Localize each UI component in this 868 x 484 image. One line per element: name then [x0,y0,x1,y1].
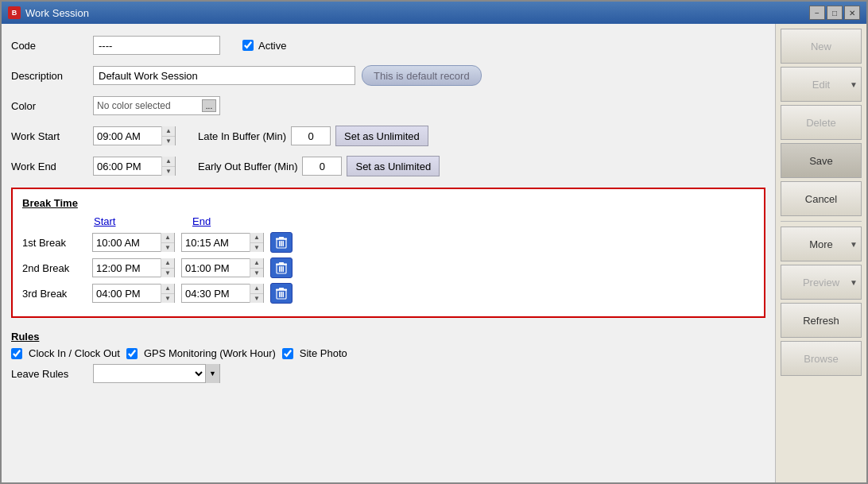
refresh-button[interactable]: Refresh [781,303,862,338]
break-header-row: Start End [22,215,754,227]
break-1-label: 1st Break [22,237,86,249]
leave-rules-select-wrap[interactable]: ▼ [93,364,220,383]
svg-rect-5 [279,237,284,238]
trash-icon [276,261,287,274]
svg-rect-9 [283,266,285,272]
break-2-start-spin: ▲ ▼ [161,258,174,277]
work-end-label: Work End [11,161,87,172]
leave-rules-row: Leave Rules ▼ [11,364,765,383]
break-2-end-wrap: ▲ ▼ [181,258,264,277]
code-label: Code [11,40,87,52]
break-3-start-spin: ▲ ▼ [161,284,174,303]
sidebar: New Edit ▼ Delete Save Cancel More ▼ Pre… [775,24,866,482]
late-in-unlimited-button[interactable]: Set as Unlimited [335,126,428,146]
code-input[interactable] [93,36,220,55]
break-1-end-input[interactable] [182,234,250,251]
leave-rules-select[interactable] [94,365,205,382]
work-start-up[interactable]: ▲ [162,126,175,137]
color-input-wrap[interactable]: No color selected ... [93,96,220,115]
break-2-end-input[interactable] [182,259,250,277]
active-checkbox[interactable] [242,40,254,51]
edit-button[interactable]: Edit ▼ [781,67,862,102]
minimize-button[interactable]: − [809,6,825,20]
site-photo-checkbox[interactable] [282,348,293,359]
delete-button[interactable]: Delete [781,105,862,140]
break-1-start-up[interactable]: ▲ [161,233,174,243]
break-3-end-up[interactable]: ▲ [250,284,263,294]
break-row-1: 1st Break ▲ ▼ ▲ ▼ [22,232,754,253]
description-input[interactable] [93,66,355,85]
early-out-group: Early Out Buffer (Min) Set as Unlimited [198,156,440,176]
break-3-end-wrap: ▲ ▼ [181,284,264,303]
late-in-group: Late In Buffer (Min) Set as Unlimited [198,126,428,146]
new-button[interactable]: New [781,29,862,64]
description-label: Description [11,70,87,82]
break-3-start-down[interactable]: ▼ [161,294,174,304]
description-row: Description This is default record [11,64,765,87]
break-end-header[interactable]: End [192,215,288,227]
more-button[interactable]: More ▼ [781,227,862,261]
break-2-end-up[interactable]: ▲ [250,258,263,269]
work-start-input[interactable] [94,127,161,145]
browse-button[interactable]: Browse [781,341,862,376]
leave-select-arrow-icon[interactable]: ▼ [205,364,219,383]
maximize-button[interactable]: □ [827,6,843,20]
work-session-window: B Work Session − □ ✕ Code Active Descrip… [0,0,868,484]
break-2-start-wrap: ▲ ▼ [92,258,175,277]
leave-rules-label: Leave Rules [11,368,87,380]
work-start-label: Work Start [11,130,87,142]
break-3-end-spin: ▲ ▼ [250,284,263,303]
break-1-end-up[interactable]: ▲ [250,233,263,243]
break-1-end-down[interactable]: ▼ [250,243,263,253]
break-1-start-spin: ▲ ▼ [161,233,174,252]
more-arrow-icon: ▼ [850,240,858,249]
svg-rect-11 [279,262,284,264]
early-out-unlimited-button[interactable]: Set as Unlimited [347,156,440,176]
break-2-start-down[interactable]: ▼ [161,269,174,278]
break-1-start-down[interactable]: ▼ [161,243,174,253]
gps-label: GPS Monitoring (Work Hour) [144,347,276,359]
gps-checkbox[interactable] [126,348,138,359]
work-start-down[interactable]: ▼ [162,137,175,146]
preview-button[interactable]: Preview ▼ [781,265,862,300]
break-3-start-up[interactable]: ▲ [161,284,174,294]
break-start-header[interactable]: Start [94,215,189,227]
break-2-label: 2nd Break [22,262,86,274]
work-end-input[interactable] [94,157,161,175]
break-3-start-wrap: ▲ ▼ [92,284,175,303]
break-2-end-down[interactable]: ▼ [250,269,263,278]
window-title: Work Session [25,7,89,19]
break-3-end-input[interactable] [182,285,250,302]
active-checkbox-row: Active [242,40,286,52]
break-row-3: 3rd Break ▲ ▼ ▲ ▼ [22,283,754,304]
close-button[interactable]: ✕ [844,6,860,20]
rules-section: Rules Clock In / Clock Out GPS Monitorin… [11,331,765,383]
break-3-label: 3rd Break [22,288,86,300]
break-2-delete-button[interactable] [270,257,293,278]
early-out-input[interactable] [302,157,342,176]
trash-icon [276,236,287,249]
clock-label: Clock In / Clock Out [29,347,120,359]
break-2-start-input[interactable] [93,259,161,277]
content-area: Code Active Description This is default … [2,24,866,482]
color-label: Color [11,100,87,112]
break-3-end-down[interactable]: ▼ [250,294,263,304]
preview-arrow-icon: ▼ [850,278,858,287]
color-row: Color No color selected ... [11,94,765,118]
clock-checkbox[interactable] [11,348,22,359]
work-end-down[interactable]: ▼ [162,167,175,176]
color-picker-button[interactable]: ... [202,99,216,112]
work-end-up[interactable]: ▲ [162,157,175,167]
break-1-delete-button[interactable] [270,232,293,253]
break-2-start-up[interactable]: ▲ [161,258,174,269]
break-3-delete-button[interactable] [270,283,293,304]
break-row-2: 2nd Break ▲ ▼ ▲ ▼ [22,257,754,278]
svg-rect-1 [279,241,281,246]
save-button[interactable]: Save [781,143,862,178]
break-1-start-input[interactable] [93,234,161,251]
cancel-button[interactable]: Cancel [781,181,862,216]
rules-title: Rules [11,331,765,343]
break-3-start-input[interactable] [93,285,161,302]
late-in-input[interactable] [291,126,331,145]
break-1-end-wrap: ▲ ▼ [181,233,264,252]
